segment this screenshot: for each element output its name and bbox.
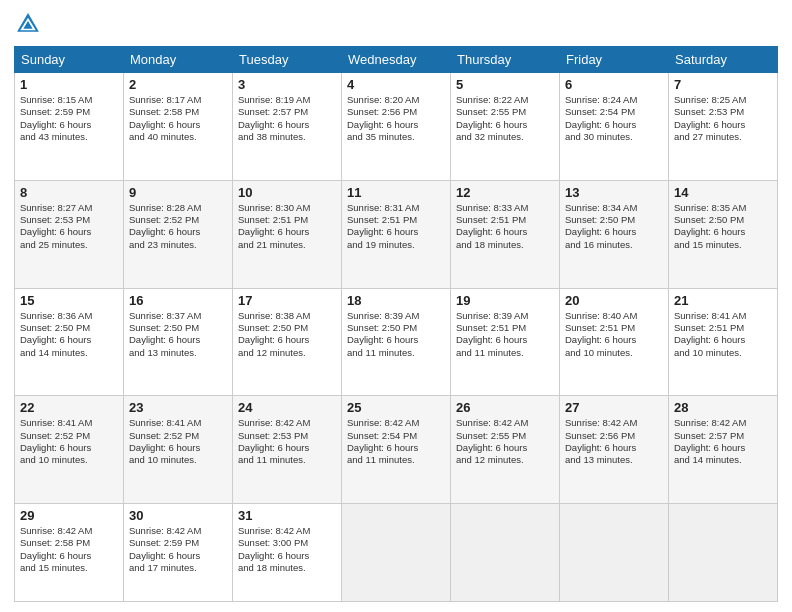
day-number: 27 bbox=[565, 400, 663, 415]
calendar-cell: 12Sunrise: 8:33 AMSunset: 2:51 PMDayligh… bbox=[451, 180, 560, 288]
cell-line: Sunset: 2:51 PM bbox=[565, 322, 663, 334]
calendar-cell: 5Sunrise: 8:22 AMSunset: 2:55 PMDaylight… bbox=[451, 73, 560, 181]
cell-line: Sunrise: 8:36 AM bbox=[20, 310, 118, 322]
cell-line: Sunrise: 8:41 AM bbox=[129, 417, 227, 429]
cell-line: Sunset: 2:51 PM bbox=[238, 214, 336, 226]
page: SundayMondayTuesdayWednesdayThursdayFrid… bbox=[0, 0, 792, 612]
day-number: 9 bbox=[129, 185, 227, 200]
day-number: 22 bbox=[20, 400, 118, 415]
cell-line: and 11 minutes. bbox=[347, 454, 445, 466]
calendar-cell: 14Sunrise: 8:35 AMSunset: 2:50 PMDayligh… bbox=[669, 180, 778, 288]
cell-line: Sunrise: 8:39 AM bbox=[347, 310, 445, 322]
calendar-cell bbox=[669, 504, 778, 602]
header bbox=[14, 10, 778, 38]
calendar-cell: 2Sunrise: 8:17 AMSunset: 2:58 PMDaylight… bbox=[124, 73, 233, 181]
cell-line: Daylight: 6 hours bbox=[20, 442, 118, 454]
cell-line: Sunrise: 8:17 AM bbox=[129, 94, 227, 106]
calendar-cell: 22Sunrise: 8:41 AMSunset: 2:52 PMDayligh… bbox=[15, 396, 124, 504]
cell-line: and 14 minutes. bbox=[20, 347, 118, 359]
calendar-cell: 28Sunrise: 8:42 AMSunset: 2:57 PMDayligh… bbox=[669, 396, 778, 504]
cell-line: Sunrise: 8:31 AM bbox=[347, 202, 445, 214]
calendar-header-thursday: Thursday bbox=[451, 47, 560, 73]
cell-line: Sunset: 2:50 PM bbox=[565, 214, 663, 226]
calendar-cell: 23Sunrise: 8:41 AMSunset: 2:52 PMDayligh… bbox=[124, 396, 233, 504]
cell-line: and 12 minutes. bbox=[456, 454, 554, 466]
calendar-cell: 19Sunrise: 8:39 AMSunset: 2:51 PMDayligh… bbox=[451, 288, 560, 396]
cell-line: and 21 minutes. bbox=[238, 239, 336, 251]
cell-line: Sunset: 2:55 PM bbox=[456, 430, 554, 442]
cell-line: and 25 minutes. bbox=[20, 239, 118, 251]
cell-line: Sunrise: 8:42 AM bbox=[20, 525, 118, 537]
day-number: 13 bbox=[565, 185, 663, 200]
cell-line: Sunrise: 8:42 AM bbox=[129, 525, 227, 537]
calendar-header-sunday: Sunday bbox=[15, 47, 124, 73]
cell-line: Sunrise: 8:39 AM bbox=[456, 310, 554, 322]
cell-line: Sunrise: 8:19 AM bbox=[238, 94, 336, 106]
cell-line: and 11 minutes. bbox=[347, 347, 445, 359]
cell-line: Sunrise: 8:42 AM bbox=[565, 417, 663, 429]
cell-line: Sunrise: 8:33 AM bbox=[456, 202, 554, 214]
cell-line: Sunset: 2:53 PM bbox=[674, 106, 772, 118]
day-number: 8 bbox=[20, 185, 118, 200]
calendar-cell bbox=[560, 504, 669, 602]
cell-line: Daylight: 6 hours bbox=[347, 334, 445, 346]
calendar-week-1: 8Sunrise: 8:27 AMSunset: 2:53 PMDaylight… bbox=[15, 180, 778, 288]
cell-line: and 43 minutes. bbox=[20, 131, 118, 143]
cell-line: and 10 minutes. bbox=[20, 454, 118, 466]
day-number: 17 bbox=[238, 293, 336, 308]
calendar-cell: 8Sunrise: 8:27 AMSunset: 2:53 PMDaylight… bbox=[15, 180, 124, 288]
cell-line: Sunset: 2:50 PM bbox=[20, 322, 118, 334]
cell-line: and 13 minutes. bbox=[129, 347, 227, 359]
cell-line: and 13 minutes. bbox=[565, 454, 663, 466]
cell-line: Daylight: 6 hours bbox=[20, 226, 118, 238]
cell-line: and 16 minutes. bbox=[565, 239, 663, 251]
cell-line: and 35 minutes. bbox=[347, 131, 445, 143]
calendar-header-saturday: Saturday bbox=[669, 47, 778, 73]
cell-line: Sunset: 2:58 PM bbox=[129, 106, 227, 118]
cell-line: and 10 minutes. bbox=[129, 454, 227, 466]
cell-line: and 40 minutes. bbox=[129, 131, 227, 143]
calendar-cell: 21Sunrise: 8:41 AMSunset: 2:51 PMDayligh… bbox=[669, 288, 778, 396]
cell-line: Sunset: 2:51 PM bbox=[674, 322, 772, 334]
cell-line: Sunrise: 8:27 AM bbox=[20, 202, 118, 214]
cell-line: and 23 minutes. bbox=[129, 239, 227, 251]
calendar-cell: 3Sunrise: 8:19 AMSunset: 2:57 PMDaylight… bbox=[233, 73, 342, 181]
cell-line: Sunset: 2:51 PM bbox=[456, 214, 554, 226]
cell-line: Daylight: 6 hours bbox=[129, 119, 227, 131]
day-number: 15 bbox=[20, 293, 118, 308]
cell-line: Sunrise: 8:42 AM bbox=[238, 417, 336, 429]
calendar-week-2: 15Sunrise: 8:36 AMSunset: 2:50 PMDayligh… bbox=[15, 288, 778, 396]
cell-line: and 15 minutes. bbox=[674, 239, 772, 251]
cell-line: Sunset: 2:50 PM bbox=[129, 322, 227, 334]
cell-line: Daylight: 6 hours bbox=[238, 119, 336, 131]
cell-line: Daylight: 6 hours bbox=[20, 119, 118, 131]
cell-line: Sunset: 2:55 PM bbox=[456, 106, 554, 118]
cell-line: Daylight: 6 hours bbox=[456, 334, 554, 346]
cell-line: Daylight: 6 hours bbox=[347, 442, 445, 454]
calendar-cell: 25Sunrise: 8:42 AMSunset: 2:54 PMDayligh… bbox=[342, 396, 451, 504]
cell-line: Sunset: 2:52 PM bbox=[129, 430, 227, 442]
calendar-header-row: SundayMondayTuesdayWednesdayThursdayFrid… bbox=[15, 47, 778, 73]
day-number: 14 bbox=[674, 185, 772, 200]
day-number: 3 bbox=[238, 77, 336, 92]
calendar-week-4: 29Sunrise: 8:42 AMSunset: 2:58 PMDayligh… bbox=[15, 504, 778, 602]
cell-line: Sunset: 2:51 PM bbox=[347, 214, 445, 226]
day-number: 11 bbox=[347, 185, 445, 200]
cell-line: Sunrise: 8:25 AM bbox=[674, 94, 772, 106]
cell-line: Daylight: 6 hours bbox=[347, 226, 445, 238]
cell-line: Sunrise: 8:40 AM bbox=[565, 310, 663, 322]
cell-line: Daylight: 6 hours bbox=[674, 334, 772, 346]
cell-line: and 18 minutes. bbox=[238, 562, 336, 574]
calendar-cell: 15Sunrise: 8:36 AMSunset: 2:50 PMDayligh… bbox=[15, 288, 124, 396]
cell-line: Sunset: 2:51 PM bbox=[456, 322, 554, 334]
cell-line: Daylight: 6 hours bbox=[674, 119, 772, 131]
cell-line: Daylight: 6 hours bbox=[565, 442, 663, 454]
cell-line: Sunrise: 8:28 AM bbox=[129, 202, 227, 214]
cell-line: Daylight: 6 hours bbox=[238, 442, 336, 454]
cell-line: Sunrise: 8:30 AM bbox=[238, 202, 336, 214]
cell-line: Sunset: 2:59 PM bbox=[129, 537, 227, 549]
logo bbox=[14, 10, 46, 38]
calendar-cell: 31Sunrise: 8:42 AMSunset: 3:00 PMDayligh… bbox=[233, 504, 342, 602]
cell-line: Sunrise: 8:15 AM bbox=[20, 94, 118, 106]
calendar-week-0: 1Sunrise: 8:15 AMSunset: 2:59 PMDaylight… bbox=[15, 73, 778, 181]
